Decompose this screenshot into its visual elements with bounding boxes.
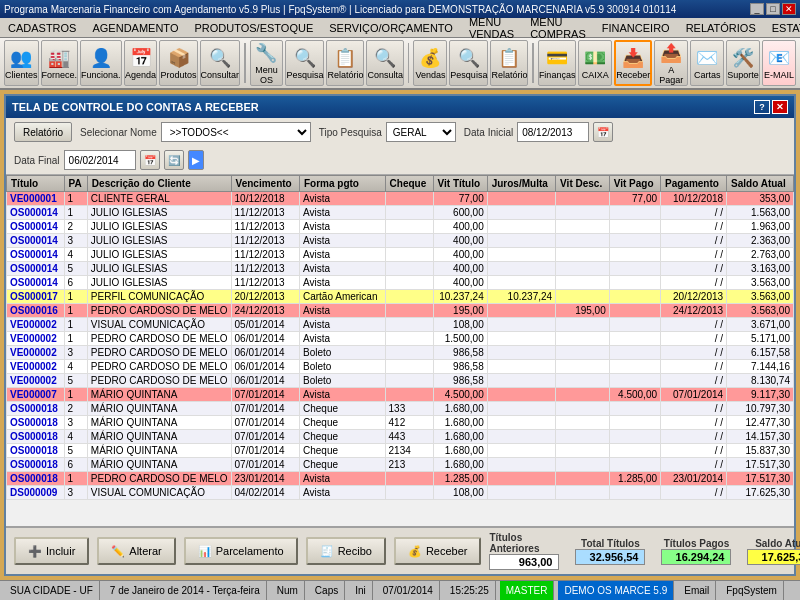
table-cell: Avista [299,318,385,332]
toolbar-agenda[interactable]: 📅 Agenda [124,40,158,86]
maximize-btn[interactable]: □ [766,3,780,15]
toolbar-fornece[interactable]: 🏭 Fornece. [41,40,79,86]
table-cell: / / [661,234,727,248]
toolbar-suporte[interactable]: 🛠️ Suporte [726,40,760,86]
table-cell [385,262,433,276]
toolbar-email[interactable]: 📧 E-MAIL [762,40,796,86]
table-cell: 20/12/2013 [661,290,727,304]
table-row[interactable]: OS0000186MÁRIO QUINTANA07/01/2014Cheque2… [7,458,794,472]
win-help-btn[interactable]: ? [754,100,770,114]
table-row[interactable]: OS0000161PEDRO CARDOSO DE MELO24/12/2013… [7,304,794,318]
report-button[interactable]: Relatório [14,122,72,142]
parcelamento-button[interactable]: 📊 Parcelamento [184,537,298,565]
toolbar-receber[interactable]: 📥 Receber [614,40,652,86]
end-date-input[interactable] [64,150,136,170]
table-row[interactable]: OS0000182MÁRIO QUINTANA07/01/2014Cheque1… [7,402,794,416]
table-cell: OS000018 [7,472,65,486]
close-btn[interactable]: ✕ [782,3,796,15]
table-cell: PEDRO CARDOSO DE MELO [87,346,231,360]
table-cell: 986,58 [433,360,487,374]
refresh-btn[interactable]: 🔄 [164,150,184,170]
table-row[interactable]: OS0000183MÁRIO QUINTANA07/01/2014Cheque4… [7,416,794,430]
table-row[interactable]: VE0000021VISUAL COMUNICAÇÃO05/01/2014Avi… [7,318,794,332]
toolbar-relatorio2[interactable]: 📋 Relatório [490,40,528,86]
menu-agendamento[interactable]: AGENDAMENTO [84,20,186,36]
menu-servico[interactable]: SERVIÇO/ORÇAMENTO [321,20,461,36]
table-cell: 77,00 [609,192,660,206]
table-cell: 07/01/2014 [231,444,299,458]
table-row[interactable]: OS0000146JULIO IGLESIAS11/12/2013Avista4… [7,276,794,290]
end-date-btn[interactable]: 📅 [140,150,160,170]
table-row[interactable]: OS0000144JULIO IGLESIAS11/12/2013Avista4… [7,248,794,262]
toolbar-menu-os[interactable]: 🔧 Menu OS [250,40,284,86]
table-cell: / / [661,332,727,346]
name-select[interactable]: >>TODOS<< [161,122,311,142]
toolbar-financas[interactable]: 💳 Finanças [538,40,577,86]
menu-produtos[interactable]: PRODUTOS/ESTOQUE [186,20,321,36]
table-row[interactable]: VE0000071MÁRIO QUINTANA07/01/2014Avista4… [7,388,794,402]
table-container[interactable]: Título PA Descrição do Cliente Venciment… [6,175,794,526]
table-cell: 195,00 [556,304,610,318]
table-cell [487,402,555,416]
table-row[interactable]: OS0000185MÁRIO QUINTANA07/01/2014Cheque2… [7,444,794,458]
table-cell: 3 [64,416,87,430]
toolbar-caixa[interactable]: 💵 CAIXA [578,40,612,86]
table-row[interactable]: VE0000011CLIENTE GERAL10/12/2018Avista77… [7,192,794,206]
table-row[interactable]: OS0000181PEDRO CARDOSO DE MELO23/01/2014… [7,472,794,486]
menu-financeiro[interactable]: FINANCEIRO [594,20,678,36]
alterar-button[interactable]: ✏️ Alterar [97,537,175,565]
table-row[interactable]: VE0000021PEDRO CARDOSO DE MELO06/01/2014… [7,332,794,346]
minimize-btn[interactable]: _ [750,3,764,15]
status-master: MASTER [500,581,555,600]
menu-vendas[interactable]: MENU VENDAS [461,14,522,42]
menu-compras[interactable]: MENU COMPRAS [522,14,594,42]
recibo-button[interactable]: 🧾 Recibo [306,537,386,565]
table-row[interactable]: VE0000024PEDRO CARDOSO DE MELO06/01/2014… [7,360,794,374]
toolbar-relatorio1[interactable]: 📋 Relatório [326,40,364,86]
table-cell: VE000002 [7,332,65,346]
table-cell [556,444,610,458]
status-email: Email [678,581,716,600]
table-row[interactable]: OS0000141JULIO IGLESIAS11/12/2013Avista6… [7,206,794,220]
toolbar-pesquisa1[interactable]: 🔍 Pesquisa [285,40,324,86]
table-cell: 353,00 [727,192,794,206]
table-cell: JULIO IGLESIAS [87,234,231,248]
toolbar-consulta[interactable]: 🔍 Consulta [366,40,404,86]
toolbar-consultar[interactable]: 🔍 Consultar [200,40,241,86]
toolbar-cartas[interactable]: ✉️ Cartas [690,40,724,86]
nav-right-btn[interactable]: ▶ [188,150,204,170]
receber-action-button[interactable]: 💰 Receber [394,537,482,565]
table-cell: Boleto [299,360,385,374]
table-cell: 1 [64,206,87,220]
toolbar-clientes[interactable]: 👥 Clientes [4,40,39,86]
table-row[interactable]: OS0000184MÁRIO QUINTANA07/01/2014Cheque4… [7,430,794,444]
table-cell [487,248,555,262]
toolbar-pesquisa2[interactable]: 🔍 Pesquisa [449,40,488,86]
toolbar-sep-2 [408,43,409,83]
table-row[interactable]: OS0000143JULIO IGLESIAS11/12/2013Avista4… [7,234,794,248]
type-select[interactable]: GERAL [386,122,456,142]
table-row[interactable]: OS0000142JULIO IGLESIAS11/12/2013Avista4… [7,220,794,234]
table-cell: Avista [299,304,385,318]
table-row[interactable]: VE0000023PEDRO CARDOSO DE MELO06/01/2014… [7,346,794,360]
table-row[interactable]: OS0000171PERFIL COMUNICAÇÃO20/12/2013Car… [7,290,794,304]
table-row[interactable]: OS0000145JULIO IGLESIAS11/12/2013Avista4… [7,262,794,276]
start-date-btn[interactable]: 📅 [593,122,613,142]
toolbar-produtos[interactable]: 📦 Produtos [159,40,197,86]
toolbar-pagar[interactable]: 📤 A Pagar [654,40,688,86]
table-row[interactable]: VE0000025PEDRO CARDOSO DE MELO06/01/2014… [7,374,794,388]
table-cell: 1 [64,332,87,346]
table-cell: 1.680,00 [433,458,487,472]
table-cell [609,360,660,374]
toolbar-vendas[interactable]: 💰 Vendas [413,40,447,86]
win-close-btn[interactable]: ✕ [772,100,788,114]
menu-cadastros[interactable]: CADASTROS [0,20,84,36]
start-date-input[interactable] [517,122,589,142]
menu-relatorios[interactable]: RELATÓRIOS [678,20,764,36]
table-cell [556,332,610,346]
menu-estatistica[interactable]: ESTATÍSTICA [764,20,800,36]
incluir-button[interactable]: ➕ Incluir [14,537,89,565]
table-cell [609,304,660,318]
toolbar-funciona[interactable]: 👤 Funciona. [80,40,122,86]
table-row[interactable]: DS0000093VISUAL COMUNICAÇÃO04/02/2014Avi… [7,486,794,500]
